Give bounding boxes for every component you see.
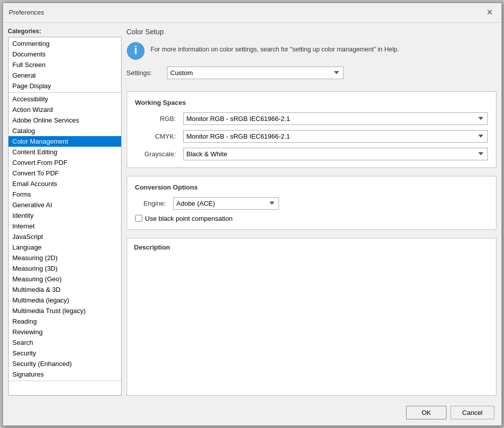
description-body: [127, 254, 496, 395]
rgb-label: RGB:: [135, 115, 183, 123]
sidebar-item-internet[interactable]: Internet: [9, 221, 121, 231]
info-text: For more information on color settings, …: [151, 42, 399, 54]
black-point-row: Use black point compensation: [135, 215, 488, 222]
sidebar-item-measuringgeo[interactable]: Measuring (Geo): [9, 274, 121, 284]
sidebar-item-colormanagement[interactable]: Color Management: [9, 136, 121, 147]
grayscale-select[interactable]: Black & White Dot Gain 20% Gray Gamma 2.…: [183, 148, 488, 160]
sidebar-item-documents[interactable]: Documents: [9, 49, 121, 59]
sidebar-item-converttopdf[interactable]: Convert To PDF: [9, 168, 121, 178]
sidebar-item-convertfrompdf[interactable]: Convert From PDF: [9, 157, 121, 168]
main-content: Color Setup i For more information on co…: [127, 28, 496, 396]
rgb-row: RGB: Monitor RGB - sRGB IEC61966-2.1 sRG…: [135, 112, 488, 125]
section-title: Color Setup: [127, 28, 496, 36]
sidebar-item-reviewing[interactable]: Reviewing: [9, 327, 121, 337]
cancel-button[interactable]: Cancel: [451, 406, 494, 419]
engine-label: Engine:: [135, 200, 173, 207]
description-title: Description: [127, 238, 496, 254]
title-bar: Preferences ✕: [3, 3, 501, 23]
sidebar-item-actionwizard[interactable]: Action Wizard: [9, 104, 121, 115]
sidebar-item-multimedia3d[interactable]: Multimedia & 3D: [9, 284, 121, 295]
cmyk-control: Monitor RGB - sRGB IEC61966-2.1 U.S. Web…: [183, 130, 488, 143]
sidebar-list-container: Commenting Documents Full Screen General…: [8, 37, 122, 396]
sidebar-item-multimedialegacy[interactable]: Multimedia (legacy): [9, 295, 121, 305]
sidebar-group-1: Commenting Documents Full Screen General…: [9, 37, 121, 93]
sidebar-item-general[interactable]: General: [9, 70, 121, 81]
settings-label: Settings:: [127, 69, 167, 77]
sidebar-item-javascript[interactable]: JavaScript: [9, 231, 121, 242]
sidebar-item-search[interactable]: Search: [9, 337, 121, 348]
settings-row: Settings: Custom North America General P…: [127, 67, 496, 79]
sidebar-item-emailaccounts[interactable]: Email Accounts: [9, 178, 121, 189]
close-button[interactable]: ✕: [484, 7, 495, 18]
sidebar-group-2: Accessibility Action Wizard Adobe Online…: [9, 93, 121, 381]
footer: OK Cancel: [3, 401, 501, 425]
categories-label: Categories:: [8, 28, 122, 35]
info-box: i For more information on color settings…: [127, 40, 496, 67]
conversion-options-panel: Conversion Options Engine: Adobe (ACE) M…: [127, 176, 496, 230]
sidebar-item-language[interactable]: Language: [9, 242, 121, 253]
engine-control: Adobe (ACE) Microsoft ICM: [173, 197, 279, 210]
section-header: Color Setup i For more information on co…: [127, 28, 496, 86]
cmyk-label: CMYK:: [135, 133, 183, 140]
sidebar-item-security[interactable]: Security: [9, 348, 121, 358]
sidebar-item-identity[interactable]: Identity: [9, 210, 121, 221]
sidebar-item-measuring3d[interactable]: Measuring (3D): [9, 263, 121, 274]
sidebar-item-accessibility[interactable]: Accessibility: [9, 94, 121, 104]
working-spaces-title: Working Spaces: [135, 99, 488, 106]
black-point-label: Use black point compensation: [145, 215, 233, 222]
sidebar-item-pagedisplay[interactable]: Page Display: [9, 81, 121, 91]
grayscale-label: Grayscale:: [135, 150, 183, 158]
settings-select[interactable]: Custom North America General Purpose 2 E…: [167, 67, 344, 79]
settings-control: Custom North America General Purpose 2 E…: [167, 67, 344, 79]
cmyk-select[interactable]: Monitor RGB - sRGB IEC61966-2.1 U.S. Web…: [183, 130, 488, 143]
sidebar-item-generativeai[interactable]: Generative AI: [9, 200, 121, 210]
engine-select[interactable]: Adobe (ACE) Microsoft ICM: [173, 197, 279, 210]
sidebar: Categories: Commenting Documents Full Sc…: [8, 28, 122, 396]
grayscale-control: Black & White Dot Gain 20% Gray Gamma 2.…: [183, 148, 488, 160]
conversion-options-title: Conversion Options: [135, 184, 488, 191]
sidebar-item-signatures[interactable]: Signatures: [9, 369, 121, 380]
sidebar-item-adobeonline[interactable]: Adobe Online Services: [9, 115, 121, 126]
sidebar-item-multimediatrust[interactable]: Multimedia Trust (legacy): [9, 305, 121, 316]
sidebar-item-reading[interactable]: Reading: [9, 316, 121, 327]
sidebar-item-catalog[interactable]: Catalog: [9, 126, 121, 136]
rgb-select[interactable]: Monitor RGB - sRGB IEC61966-2.1 sRGB IEC…: [183, 112, 488, 125]
ok-button[interactable]: OK: [406, 406, 446, 419]
cmyk-row: CMYK: Monitor RGB - sRGB IEC61966-2.1 U.…: [135, 130, 488, 143]
info-icon: i: [127, 42, 145, 62]
description-panel: Description: [127, 238, 496, 396]
dialog-body: Categories: Commenting Documents Full Sc…: [3, 23, 501, 401]
sidebar-item-contentediting[interactable]: Content Editing: [9, 147, 121, 157]
sidebar-item-fullscreen[interactable]: Full Screen: [9, 59, 121, 70]
black-point-checkbox[interactable]: [135, 215, 142, 222]
rgb-control: Monitor RGB - sRGB IEC61966-2.1 sRGB IEC…: [183, 112, 488, 125]
grayscale-row: Grayscale: Black & White Dot Gain 20% Gr…: [135, 148, 488, 160]
engine-row: Engine: Adobe (ACE) Microsoft ICM: [135, 197, 488, 210]
sidebar-list[interactable]: Commenting Documents Full Screen General…: [9, 37, 121, 395]
dialog-title: Preferences: [9, 9, 44, 16]
working-spaces-grid: RGB: Monitor RGB - sRGB IEC61966-2.1 sRG…: [135, 112, 488, 160]
sidebar-item-measuring2d[interactable]: Measuring (2D): [9, 253, 121, 263]
svg-text:i: i: [134, 44, 137, 56]
sidebar-item-commenting[interactable]: Commenting: [9, 38, 121, 49]
sidebar-item-securityenhanced[interactable]: Security (Enhanced): [9, 358, 121, 369]
preferences-dialog: Preferences ✕ Categories: Commenting Doc…: [3, 3, 502, 426]
working-spaces-panel: Working Spaces RGB: Monitor RGB - sRGB I…: [127, 91, 496, 168]
sidebar-item-forms[interactable]: Forms: [9, 189, 121, 200]
